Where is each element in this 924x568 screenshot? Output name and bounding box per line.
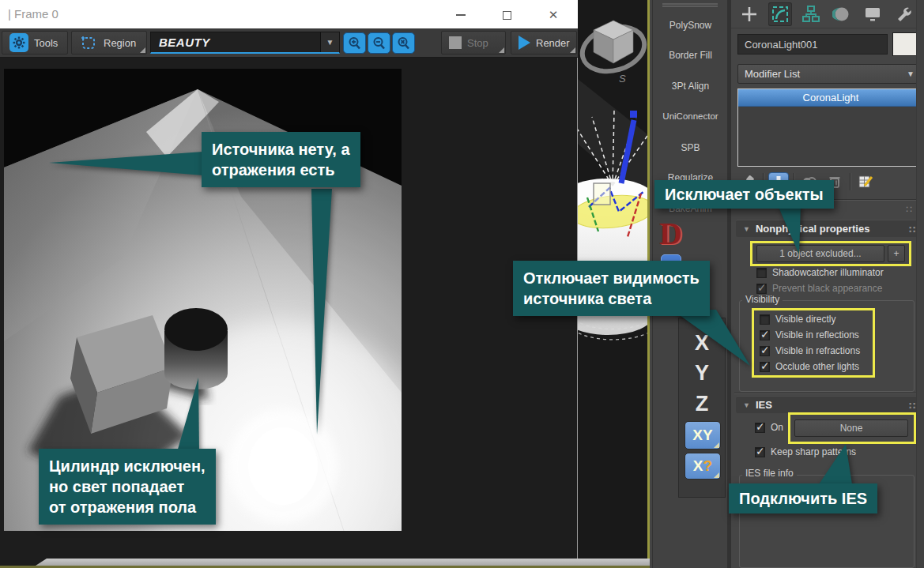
axis-snap-label: X	[693, 457, 703, 475]
rollout-grip-icon: ∷	[906, 204, 913, 215]
checkbox-label: Shadowcatcher illuminator	[772, 267, 884, 278]
script-button-spb[interactable]: SPB	[653, 142, 728, 153]
object-name-field[interactable]	[737, 34, 888, 55]
debrismaker-icon[interactable]: D	[659, 215, 682, 252]
checkbox[interactable]	[756, 268, 767, 278]
chevron-down-icon: ▼	[907, 70, 915, 78]
command-panel-tabs	[731, 0, 924, 28]
callout-no-source: Источника нету, а отражения есть	[202, 132, 360, 187]
visibility-group-label: Visibility	[742, 294, 783, 305]
modifier-stack: CoronaLight	[737, 88, 924, 167]
render-channel-dropdown[interactable]: BEAUTY ▼	[150, 32, 340, 54]
stack-item-coronalight[interactable]: CoronaLight	[738, 89, 923, 107]
ies-file-info-label: IES file info	[742, 468, 797, 479]
screen: | Frame 0 ✕ Tools Region BEAUTY ▼	[0, 0, 924, 568]
axis-z-button[interactable]: Z	[679, 392, 725, 416]
rollout-ies-header[interactable]: ▼ IES ∷	[736, 396, 922, 413]
callout-line: но свет попадает	[49, 476, 206, 497]
flyout-corner-icon	[714, 442, 719, 448]
callout-line: источника света	[523, 288, 700, 309]
region-label: Region	[104, 37, 136, 49]
stop-button[interactable]: Stop	[441, 31, 506, 55]
rollout-nonphysical-title: Nonphysical properties	[756, 223, 869, 235]
vfb-toolbar: Tools Region BEAUTY ▼	[0, 28, 578, 58]
zoom-reset-button[interactable]	[392, 32, 415, 54]
bottom-scrollbar[interactable]	[36, 559, 650, 566]
callout-line: Отключает видимость	[523, 268, 700, 288]
tools-button[interactable]: Tools	[2, 31, 68, 55]
axis-xy-label: XY	[692, 427, 712, 444]
checkbox-row[interactable]: Keep sharp patterns	[755, 446, 856, 458]
callout-line: Цилиндр исключен,	[49, 456, 206, 476]
zoom-out-button[interactable]	[368, 32, 390, 54]
hierarchy-tab-icon[interactable]	[799, 2, 823, 26]
script-button-borderfill[interactable]: Border Fill	[653, 50, 728, 61]
checkbox-label: Prevent black appearance	[772, 283, 882, 294]
checkbox[interactable]	[755, 423, 765, 433]
render-label: Render	[536, 37, 570, 49]
checkbox-label: On	[771, 422, 783, 433]
question-icon: ?	[703, 457, 713, 475]
object-color-swatch[interactable]	[892, 32, 918, 56]
axis-constraints-toolbar: X Y Z XY X?	[678, 318, 726, 498]
rollout-grip-icon: ∷	[909, 401, 916, 412]
callout-line: Подключить IES	[739, 488, 867, 509]
checkbox-row[interactable]: On	[755, 421, 783, 434]
axis-x-button[interactable]: X	[679, 331, 725, 355]
checkbox-label: Keep sharp patterns	[771, 446, 856, 457]
minimize-button[interactable]	[445, 6, 477, 24]
callout-exclude: Исключает объекты	[654, 180, 834, 209]
axis-snap-button[interactable]: X?	[685, 453, 721, 480]
rollout-nonphysical-header[interactable]: ▼ Nonphysical properties ∷	[736, 220, 922, 237]
chevron-down-icon[interactable]: ▼	[320, 32, 339, 52]
callout-visibility: Отключает видимость источника света	[513, 261, 710, 316]
display-tab-icon[interactable]	[861, 2, 884, 26]
stop-label: Stop	[467, 37, 488, 49]
script-button-3ptalign[interactable]: 3Pt Align	[653, 81, 728, 92]
rollout-open-icon: ▼	[743, 225, 750, 233]
create-tab-icon[interactable]	[737, 2, 761, 26]
flyout-corner-icon	[499, 47, 504, 53]
minimize-icon	[456, 14, 466, 16]
modifier-list-dropdown[interactable]: Modifier List ▼	[737, 64, 921, 84]
utilities-tab-icon[interactable]	[892, 2, 915, 26]
render-channel-value: BEAUTY	[151, 36, 210, 49]
flyout-corner-icon	[570, 47, 575, 53]
zoom-reset-icon	[397, 36, 411, 51]
zoom-in-button[interactable]	[343, 32, 366, 54]
region-marquee-icon	[79, 33, 98, 52]
divider	[734, 393, 924, 394]
checkbox-row[interactable]: Shadowcatcher illuminator	[756, 266, 884, 279]
checkbox-row[interactable]: Prevent black appearance	[756, 282, 882, 295]
axis-y-button[interactable]: Y	[679, 361, 725, 386]
close-button[interactable]: ✕	[537, 6, 569, 24]
flyout-corner-icon	[714, 472, 719, 478]
modifier-list-label: Modifier List	[745, 68, 800, 80]
script-button-polysnow[interactable]: PolySnow	[653, 20, 728, 31]
render-button[interactable]: Render	[511, 31, 577, 55]
separator	[850, 173, 850, 190]
checkbox[interactable]	[756, 284, 767, 294]
rollout-grip-icon: ∷	[909, 224, 916, 235]
configure-modifier-sets-icon[interactable]	[855, 172, 876, 191]
axis-xy-button[interactable]: XY	[685, 421, 721, 450]
zoom-in-icon	[348, 36, 362, 51]
highlight-ies-none	[788, 412, 916, 444]
checkbox[interactable]	[755, 447, 765, 457]
flyout-corner-icon	[140, 47, 145, 53]
toolbar-grip-icon[interactable]	[662, 3, 718, 5]
callout-line: Источника нету, а	[212, 139, 350, 160]
script-button-uniconnector[interactable]: UniConnector	[653, 111, 728, 121]
zoom-out-icon	[372, 36, 387, 51]
motion-tab-icon[interactable]	[830, 2, 854, 26]
callout-line: от отражения пола	[49, 497, 206, 517]
rollout-ies-title: IES	[756, 399, 772, 411]
modify-tab-icon[interactable]	[768, 2, 792, 26]
highlight-exclude	[750, 241, 911, 266]
vfb-titlebar: | Frame 0 ✕	[0, 0, 578, 28]
svg-text:S: S	[619, 73, 626, 85]
region-button[interactable]: Region	[71, 31, 147, 55]
rollout-open-icon: ▼	[743, 401, 750, 409]
render-play-icon	[519, 36, 530, 50]
maximize-button[interactable]	[491, 6, 522, 24]
